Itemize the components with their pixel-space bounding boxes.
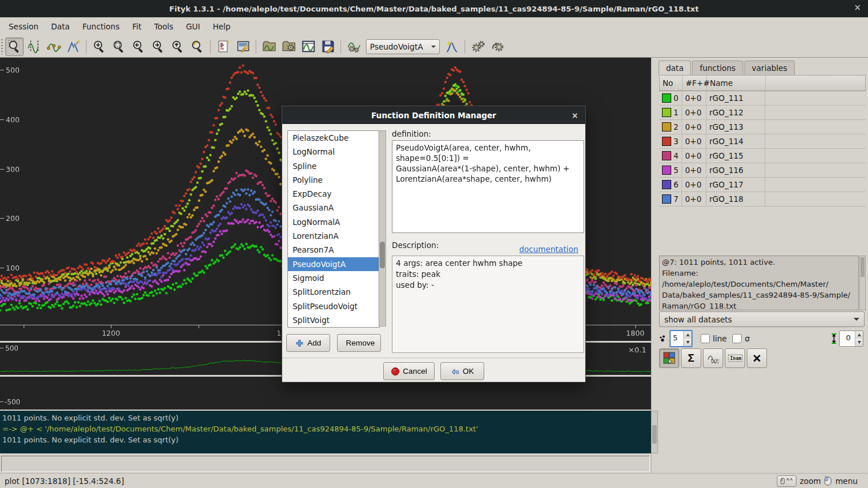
point-size-stepper[interactable]: 5	[669, 330, 693, 347]
dataset-row-rGO_115[interactable]: 40+0rGO_115	[659, 149, 866, 163]
menu-gui[interactable]: GUI	[179, 17, 206, 36]
info-scrollbar[interactable]	[859, 256, 866, 310]
function-type-dropdown[interactable]: PseudoVoigtA	[366, 39, 440, 54]
dataset-color-swatch[interactable]	[662, 137, 671, 146]
function-list-item-expdecay[interactable]: ExpDecay	[288, 187, 379, 201]
menu-help[interactable]: Help	[207, 17, 237, 36]
title-bar[interactable]: Fityk 1.3.1 - /home/aleplo/test/Document…	[0, 0, 868, 17]
menu-functions[interactable]: Functions	[76, 17, 126, 36]
function-list-scrollbar[interactable]	[379, 130, 386, 326]
stepper-up-icon[interactable]	[855, 331, 863, 339]
tab-functions[interactable]: functions	[692, 61, 743, 75]
strip-background-button[interactable]	[345, 37, 363, 56]
dataset-row-rGO_116[interactable]: 50+0rGO_116	[659, 163, 866, 178]
load-data-button[interactable]	[260, 37, 278, 56]
console-scrollbar-thumb[interactable]	[652, 425, 657, 444]
zoom-selection-button[interactable]	[110, 37, 128, 56]
function-list-scrollbar-thumb[interactable]	[380, 242, 385, 268]
zoom-all-button[interactable]	[188, 37, 207, 56]
command-input[interactable]	[1, 456, 650, 472]
zoom-previous-button[interactable]	[129, 37, 148, 56]
dataset-color-swatch[interactable]	[662, 194, 671, 204]
menu-fit[interactable]: Fit	[126, 17, 148, 36]
ok-button[interactable]: OK	[440, 362, 484, 380]
function-list-item-pseudovoigta[interactable]: PseudoVoigtA	[288, 257, 379, 271]
function-list-item-spline[interactable]: Spline	[288, 159, 379, 173]
function-list-item-gaussiana[interactable]: GaussianA	[288, 201, 379, 215]
add-peak-mode-button[interactable]	[64, 37, 83, 56]
function-list-item-lognormal[interactable]: LogNormal	[288, 145, 379, 159]
auto-add-peak-button[interactable]	[443, 37, 461, 56]
output-console[interactable]: 1011 points. No explicit std. dev. Set a…	[0, 411, 651, 453]
dataset-color-swatch[interactable]	[662, 93, 671, 103]
line-checkbox[interactable]	[701, 334, 710, 343]
dataset-color-swatch[interactable]	[662, 108, 671, 117]
run-fit-button[interactable]	[469, 37, 487, 56]
dataset-name: rGO_115	[706, 149, 765, 163]
dataset-color-swatch[interactable]	[662, 122, 671, 132]
column-header-name[interactable]: Name	[707, 76, 766, 91]
function-list-item-lorentziana[interactable]: LorentzianA	[288, 229, 379, 243]
save-as-button[interactable]	[319, 37, 337, 56]
stepper-up-icon[interactable]	[684, 331, 691, 339]
background-mode-button[interactable]	[44, 37, 63, 56]
zoom-in-button[interactable]	[90, 37, 108, 56]
data-range-mode-button[interactable]	[25, 37, 43, 56]
stepper-down-icon[interactable]	[855, 339, 863, 346]
info-scrollbar-thumb[interactable]	[860, 257, 865, 277]
shift-stepper[interactable]: 0	[839, 331, 863, 347]
remove-function-button[interactable]: Remove	[337, 334, 381, 352]
dataset-row-rGO_111[interactable]: 00+0rGO_111	[659, 91, 866, 106]
apply-functions-button[interactable]	[703, 348, 723, 368]
function-list-item-pearson7a[interactable]: Pearson7A	[288, 243, 379, 257]
dialog-close-icon[interactable]: ×	[571, 111, 578, 120]
zoom-next-button[interactable]	[149, 37, 167, 56]
add-function-button[interactable]: Add	[286, 334, 330, 352]
column-header-no[interactable]: No	[660, 76, 683, 91]
load-data-options-button[interactable]	[279, 37, 298, 56]
dataset-row-rGO_113[interactable]: 20+0rGO_113	[659, 120, 866, 134]
documentation-link[interactable]: documentation	[519, 245, 578, 254]
zoom-mode-button[interactable]	[5, 37, 24, 56]
definition-textarea[interactable]: PseudoVoigtA(area, center, hwhm, shape=0…	[392, 140, 584, 233]
save-session-button[interactable]	[299, 37, 317, 56]
stepper-down-icon[interactable]	[684, 339, 691, 346]
delete-dataset-button[interactable]: ✕	[747, 348, 767, 368]
dataset-row-rGO_117[interactable]: 60+0rGO_117	[659, 178, 866, 192]
undo-fit-button[interactable]	[488, 37, 507, 56]
script-editor-button[interactable]	[214, 37, 233, 56]
menu-tools[interactable]: Tools	[148, 17, 179, 36]
dataset-color-swatch[interactable]	[662, 166, 671, 175]
dataset-info-panel[interactable]: @7: 1011 points, 1011 active.Filename: /…	[659, 256, 859, 310]
window-close-icon[interactable]: ×	[854, 2, 861, 13]
menu-session[interactable]: Session	[2, 17, 45, 36]
dialog-title-bar[interactable]: Function Definition Manager ×	[282, 106, 585, 124]
sigma-checkbox[interactable]	[732, 334, 742, 343]
dataset-color-swatch[interactable]	[662, 180, 671, 189]
column-header-f[interactable]: #F+#	[683, 76, 707, 91]
function-list-item-sigmoid[interactable]: Sigmoid	[288, 271, 379, 285]
mouse-hints-button[interactable]	[777, 475, 796, 487]
function-list-item-polyline[interactable]: Polyline	[288, 173, 379, 187]
zoom-vertical-button[interactable]	[169, 37, 187, 56]
tab-variables[interactable]: variables	[744, 61, 795, 75]
dataset-row-rGO_112[interactable]: 10+0rGO_112	[659, 106, 866, 120]
dataset-row-rGO_114[interactable]: 30+0rGO_114	[659, 134, 866, 149]
cancel-button[interactable]: Cancel	[383, 362, 435, 380]
sum-button[interactable]: Σ	[681, 348, 701, 368]
function-list-item-lognormala[interactable]: LogNormalA	[288, 215, 379, 229]
tab-data[interactable]: data	[659, 61, 691, 75]
menu-data[interactable]: Data	[45, 17, 76, 36]
gui-settings-button[interactable]	[234, 37, 252, 56]
dataset-color-swatch[interactable]	[662, 151, 671, 160]
console-scrollbar[interactable]	[651, 411, 658, 453]
function-list-item-pielaszekcube[interactable]: PielaszekCube	[288, 131, 379, 145]
toolbar-grip[interactable]	[1, 39, 3, 54]
function-list-item-splitvoigt[interactable]: SplitVoigt	[288, 313, 379, 327]
dataset-row-rGO_118[interactable]: 70+0rGO_118	[659, 192, 866, 207]
function-list-item-splitlorentzian[interactable]: SplitLorentzian	[288, 285, 379, 299]
rename-dataset-button[interactable]: Inam	[725, 348, 745, 368]
function-list-item-splitpseudovoigt[interactable]: SplitPseudoVoigt	[288, 299, 379, 313]
dataset-filter-combo[interactable]: show all datasets	[659, 311, 865, 327]
dataset-colors-button[interactable]	[659, 348, 679, 368]
